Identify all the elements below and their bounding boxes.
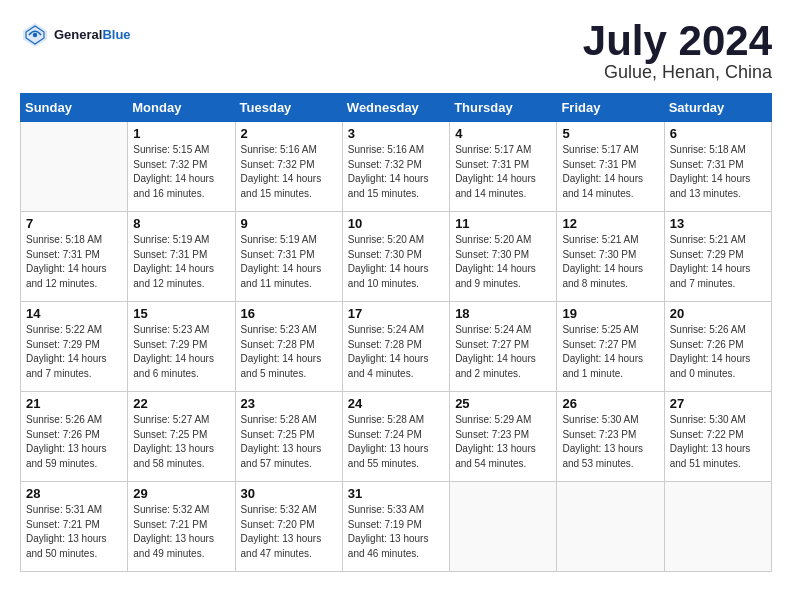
month-title: July 2024 bbox=[583, 20, 772, 62]
calendar-week-row: 14Sunrise: 5:22 AM Sunset: 7:29 PM Dayli… bbox=[21, 302, 772, 392]
day-info: Sunrise: 5:16 AM Sunset: 7:32 PM Dayligh… bbox=[348, 143, 444, 201]
day-info: Sunrise: 5:22 AM Sunset: 7:29 PM Dayligh… bbox=[26, 323, 122, 381]
calendar-cell: 1Sunrise: 5:15 AM Sunset: 7:32 PM Daylig… bbox=[128, 122, 235, 212]
day-number: 3 bbox=[348, 126, 444, 141]
day-number: 12 bbox=[562, 216, 658, 231]
day-number: 23 bbox=[241, 396, 337, 411]
logo: GeneralBlue bbox=[20, 20, 131, 50]
calendar-week-row: 1Sunrise: 5:15 AM Sunset: 7:32 PM Daylig… bbox=[21, 122, 772, 212]
day-info: Sunrise: 5:18 AM Sunset: 7:31 PM Dayligh… bbox=[26, 233, 122, 291]
day-number: 24 bbox=[348, 396, 444, 411]
day-number: 27 bbox=[670, 396, 766, 411]
day-number: 19 bbox=[562, 306, 658, 321]
logo-blue: Blue bbox=[102, 27, 130, 42]
day-info: Sunrise: 5:17 AM Sunset: 7:31 PM Dayligh… bbox=[562, 143, 658, 201]
calendar-cell: 25Sunrise: 5:29 AM Sunset: 7:23 PM Dayli… bbox=[450, 392, 557, 482]
calendar-cell: 22Sunrise: 5:27 AM Sunset: 7:25 PM Dayli… bbox=[128, 392, 235, 482]
day-number: 31 bbox=[348, 486, 444, 501]
day-number: 21 bbox=[26, 396, 122, 411]
day-info: Sunrise: 5:28 AM Sunset: 7:24 PM Dayligh… bbox=[348, 413, 444, 471]
logo-icon bbox=[20, 20, 50, 50]
day-number: 15 bbox=[133, 306, 229, 321]
day-info: Sunrise: 5:32 AM Sunset: 7:20 PM Dayligh… bbox=[241, 503, 337, 561]
day-info: Sunrise: 5:16 AM Sunset: 7:32 PM Dayligh… bbox=[241, 143, 337, 201]
day-info: Sunrise: 5:28 AM Sunset: 7:25 PM Dayligh… bbox=[241, 413, 337, 471]
day-number: 30 bbox=[241, 486, 337, 501]
calendar-cell bbox=[450, 482, 557, 572]
logo-general: General bbox=[54, 27, 102, 42]
calendar-cell: 13Sunrise: 5:21 AM Sunset: 7:29 PM Dayli… bbox=[664, 212, 771, 302]
day-info: Sunrise: 5:21 AM Sunset: 7:30 PM Dayligh… bbox=[562, 233, 658, 291]
day-info: Sunrise: 5:23 AM Sunset: 7:29 PM Dayligh… bbox=[133, 323, 229, 381]
day-info: Sunrise: 5:18 AM Sunset: 7:31 PM Dayligh… bbox=[670, 143, 766, 201]
calendar-cell: 19Sunrise: 5:25 AM Sunset: 7:27 PM Dayli… bbox=[557, 302, 664, 392]
calendar-cell: 18Sunrise: 5:24 AM Sunset: 7:27 PM Dayli… bbox=[450, 302, 557, 392]
weekday-header-wednesday: Wednesday bbox=[342, 94, 449, 122]
day-number: 29 bbox=[133, 486, 229, 501]
day-number: 18 bbox=[455, 306, 551, 321]
day-info: Sunrise: 5:21 AM Sunset: 7:29 PM Dayligh… bbox=[670, 233, 766, 291]
calendar-cell: 21Sunrise: 5:26 AM Sunset: 7:26 PM Dayli… bbox=[21, 392, 128, 482]
day-number: 10 bbox=[348, 216, 444, 231]
day-info: Sunrise: 5:23 AM Sunset: 7:28 PM Dayligh… bbox=[241, 323, 337, 381]
day-number: 13 bbox=[670, 216, 766, 231]
calendar-cell: 7Sunrise: 5:18 AM Sunset: 7:31 PM Daylig… bbox=[21, 212, 128, 302]
day-number: 11 bbox=[455, 216, 551, 231]
day-info: Sunrise: 5:24 AM Sunset: 7:28 PM Dayligh… bbox=[348, 323, 444, 381]
weekday-header-friday: Friday bbox=[557, 94, 664, 122]
day-info: Sunrise: 5:17 AM Sunset: 7:31 PM Dayligh… bbox=[455, 143, 551, 201]
calendar-week-row: 7Sunrise: 5:18 AM Sunset: 7:31 PM Daylig… bbox=[21, 212, 772, 302]
calendar-cell: 2Sunrise: 5:16 AM Sunset: 7:32 PM Daylig… bbox=[235, 122, 342, 212]
calendar-cell: 10Sunrise: 5:20 AM Sunset: 7:30 PM Dayli… bbox=[342, 212, 449, 302]
day-info: Sunrise: 5:27 AM Sunset: 7:25 PM Dayligh… bbox=[133, 413, 229, 471]
day-number: 8 bbox=[133, 216, 229, 231]
title-block: July 2024 Gulue, Henan, China bbox=[583, 20, 772, 83]
day-info: Sunrise: 5:32 AM Sunset: 7:21 PM Dayligh… bbox=[133, 503, 229, 561]
svg-point-2 bbox=[33, 33, 38, 38]
weekday-header-saturday: Saturday bbox=[664, 94, 771, 122]
weekday-header-sunday: Sunday bbox=[21, 94, 128, 122]
day-number: 28 bbox=[26, 486, 122, 501]
day-number: 4 bbox=[455, 126, 551, 141]
location: Gulue, Henan, China bbox=[583, 62, 772, 83]
weekday-header-monday: Monday bbox=[128, 94, 235, 122]
day-number: 22 bbox=[133, 396, 229, 411]
calendar-table: SundayMondayTuesdayWednesdayThursdayFrid… bbox=[20, 93, 772, 572]
calendar-cell: 24Sunrise: 5:28 AM Sunset: 7:24 PM Dayli… bbox=[342, 392, 449, 482]
day-number: 9 bbox=[241, 216, 337, 231]
calendar-cell: 15Sunrise: 5:23 AM Sunset: 7:29 PM Dayli… bbox=[128, 302, 235, 392]
calendar-cell: 30Sunrise: 5:32 AM Sunset: 7:20 PM Dayli… bbox=[235, 482, 342, 572]
day-number: 1 bbox=[133, 126, 229, 141]
day-number: 25 bbox=[455, 396, 551, 411]
calendar-cell: 26Sunrise: 5:30 AM Sunset: 7:23 PM Dayli… bbox=[557, 392, 664, 482]
day-info: Sunrise: 5:33 AM Sunset: 7:19 PM Dayligh… bbox=[348, 503, 444, 561]
calendar-cell: 5Sunrise: 5:17 AM Sunset: 7:31 PM Daylig… bbox=[557, 122, 664, 212]
day-info: Sunrise: 5:20 AM Sunset: 7:30 PM Dayligh… bbox=[348, 233, 444, 291]
day-info: Sunrise: 5:20 AM Sunset: 7:30 PM Dayligh… bbox=[455, 233, 551, 291]
calendar-cell: 16Sunrise: 5:23 AM Sunset: 7:28 PM Dayli… bbox=[235, 302, 342, 392]
day-info: Sunrise: 5:26 AM Sunset: 7:26 PM Dayligh… bbox=[26, 413, 122, 471]
day-info: Sunrise: 5:26 AM Sunset: 7:26 PM Dayligh… bbox=[670, 323, 766, 381]
calendar-week-row: 28Sunrise: 5:31 AM Sunset: 7:21 PM Dayli… bbox=[21, 482, 772, 572]
calendar-cell bbox=[557, 482, 664, 572]
calendar-cell: 4Sunrise: 5:17 AM Sunset: 7:31 PM Daylig… bbox=[450, 122, 557, 212]
calendar-cell: 20Sunrise: 5:26 AM Sunset: 7:26 PM Dayli… bbox=[664, 302, 771, 392]
day-number: 2 bbox=[241, 126, 337, 141]
day-number: 5 bbox=[562, 126, 658, 141]
day-number: 7 bbox=[26, 216, 122, 231]
calendar-cell: 29Sunrise: 5:32 AM Sunset: 7:21 PM Dayli… bbox=[128, 482, 235, 572]
day-info: Sunrise: 5:19 AM Sunset: 7:31 PM Dayligh… bbox=[133, 233, 229, 291]
calendar-cell bbox=[664, 482, 771, 572]
calendar-cell bbox=[21, 122, 128, 212]
day-number: 16 bbox=[241, 306, 337, 321]
calendar-cell: 6Sunrise: 5:18 AM Sunset: 7:31 PM Daylig… bbox=[664, 122, 771, 212]
day-number: 17 bbox=[348, 306, 444, 321]
day-info: Sunrise: 5:31 AM Sunset: 7:21 PM Dayligh… bbox=[26, 503, 122, 561]
calendar-cell: 8Sunrise: 5:19 AM Sunset: 7:31 PM Daylig… bbox=[128, 212, 235, 302]
day-info: Sunrise: 5:30 AM Sunset: 7:22 PM Dayligh… bbox=[670, 413, 766, 471]
calendar-cell: 27Sunrise: 5:30 AM Sunset: 7:22 PM Dayli… bbox=[664, 392, 771, 482]
calendar-week-row: 21Sunrise: 5:26 AM Sunset: 7:26 PM Dayli… bbox=[21, 392, 772, 482]
day-info: Sunrise: 5:25 AM Sunset: 7:27 PM Dayligh… bbox=[562, 323, 658, 381]
day-info: Sunrise: 5:30 AM Sunset: 7:23 PM Dayligh… bbox=[562, 413, 658, 471]
calendar-cell: 14Sunrise: 5:22 AM Sunset: 7:29 PM Dayli… bbox=[21, 302, 128, 392]
